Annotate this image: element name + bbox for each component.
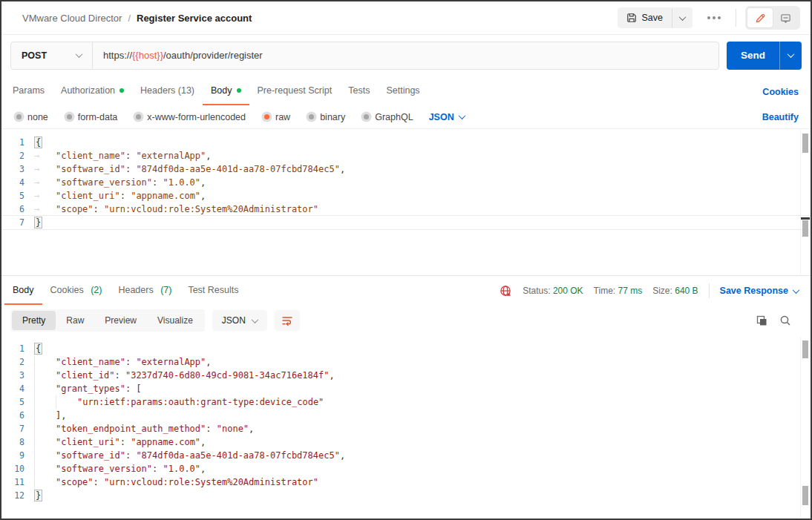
save-response-button[interactable]: Save Response xyxy=(720,286,799,296)
response-view-switcher: PrettyRawPreviewVisualize xyxy=(10,309,205,332)
view-pretty[interactable]: Pretty xyxy=(12,311,56,330)
token-pun: : xyxy=(120,437,131,447)
save-button[interactable]: Save xyxy=(618,7,672,28)
token-pun: : [ xyxy=(125,384,142,394)
code-line[interactable]: 2→"client_name": "externalApp", xyxy=(1,149,811,162)
view-raw[interactable]: Raw xyxy=(56,311,94,330)
code-line[interactable]: 7} xyxy=(1,216,811,229)
response-tab-headers[interactable]: Headers (7) xyxy=(110,285,180,305)
view-visualize[interactable]: Visualize xyxy=(147,311,203,330)
beautify-link[interactable]: Beautify xyxy=(762,112,799,122)
body-type-graphql[interactable]: GraphQL xyxy=(361,112,413,122)
indent-guide xyxy=(34,422,56,435)
token-key: "scope" xyxy=(56,477,94,487)
code-line[interactable]: 10"software_version": "1.0.0", xyxy=(1,462,811,475)
indent-guide xyxy=(34,382,56,395)
send-options-button[interactable] xyxy=(779,42,802,70)
wrap-lines-button[interactable] xyxy=(275,310,300,331)
token-str: "3237d740-6d80-49cd-9081-34ac716e184f" xyxy=(125,370,330,381)
line-number: 6 xyxy=(1,409,34,422)
token-pun: : xyxy=(152,177,163,188)
code-line[interactable]: 7"token_endpoint_auth_method": "none", xyxy=(1,422,811,435)
scrollbar-thumb[interactable] xyxy=(802,340,808,358)
code-text: "scope": "urn:vcloud:role:System%20Admin… xyxy=(34,475,318,489)
code-line[interactable]: 1{ xyxy=(1,342,811,355)
method-label: POST xyxy=(22,50,47,61)
body-type-binary[interactable]: binary xyxy=(306,112,345,122)
response-body-viewer[interactable]: 1{2"client_name": "externalApp",3"client… xyxy=(1,336,811,519)
body-type-label: form-data xyxy=(78,112,118,122)
response-tab-body[interactable]: Body xyxy=(4,285,42,305)
token-pun: : xyxy=(120,191,131,201)
tab-settings[interactable]: Settings xyxy=(378,85,428,105)
code-text: } xyxy=(34,489,42,502)
tab-authorization[interactable]: Authorization xyxy=(53,85,132,105)
body-type-form-data[interactable]: form-data xyxy=(64,112,118,122)
body-type-x-www-form-urlencoded[interactable]: x-www-form-urlencoded xyxy=(133,112,246,122)
line-number: 12 xyxy=(1,489,34,502)
tab-label: Test Results xyxy=(188,285,238,295)
code-line[interactable]: 6], xyxy=(1,409,811,422)
code-line[interactable]: 5→"client_uri": "appname.com", xyxy=(1,189,811,203)
save-options-button[interactable] xyxy=(672,9,693,27)
tab-pre-request-script[interactable]: Pre-request Script xyxy=(249,85,341,105)
chevron-down-icon xyxy=(793,286,800,294)
tab-arrow: → xyxy=(34,189,56,203)
more-options-icon[interactable] xyxy=(701,16,727,19)
token-brace: { xyxy=(34,136,42,148)
code-line[interactable]: 6→"scope": "urn:vcloud:role:System%20Adm… xyxy=(1,203,811,216)
response-editor-scrollbar[interactable] xyxy=(800,336,811,519)
line-number: 2 xyxy=(1,355,34,369)
code-line[interactable]: 4→"software_version": "1.0.0", xyxy=(1,176,811,189)
response-tab-test-results[interactable]: Test Results xyxy=(180,285,246,305)
copy-icon[interactable] xyxy=(756,315,767,326)
code-line[interactable]: 1{ xyxy=(1,136,811,149)
code-line[interactable]: 11"scope": "urn:vcloud:role:System%20Adm… xyxy=(1,475,811,489)
ssl-warning-icon[interactable] xyxy=(500,285,512,297)
line-number: 3 xyxy=(1,162,34,176)
code-text: "urn:ietf:params:oauth:grant-type:device… xyxy=(34,395,324,409)
code-line[interactable]: 9"software_id": "874df0da-aa5e-401d-aa78… xyxy=(1,449,811,462)
code-line[interactable]: 8"client_uri": "appname.com", xyxy=(1,435,811,449)
chevron-down-icon xyxy=(458,112,465,119)
tab-tests[interactable]: Tests xyxy=(340,85,378,105)
cookies-link[interactable]: Cookies xyxy=(753,87,808,105)
request-body-editor[interactable]: 1{2→"client_name": "externalApp",3→"soft… xyxy=(1,129,811,276)
search-icon[interactable] xyxy=(779,315,791,326)
radio-icon xyxy=(136,114,141,119)
response-format-select[interactable]: JSON xyxy=(212,310,267,331)
code-line[interactable]: 2"client_name": "externalApp", xyxy=(1,355,811,369)
code-line[interactable]: 3"client_id": "3237d740-6d80-49cd-9081-3… xyxy=(1,369,811,382)
docs-comments-button[interactable] xyxy=(773,8,798,27)
code-line[interactable]: 4"grant_types": [ xyxy=(1,382,811,395)
send-button[interactable]: Send xyxy=(727,42,779,70)
tab-params[interactable]: Params xyxy=(4,85,53,105)
tab-headers-13[interactable]: Headers (13) xyxy=(132,85,203,105)
body-format-select[interactable]: JSON xyxy=(429,112,465,122)
status-dot xyxy=(119,88,124,93)
line-number: 7 xyxy=(1,216,34,229)
method-select[interactable]: POST xyxy=(11,42,93,69)
code-line[interactable]: 12} xyxy=(1,489,811,502)
code-line[interactable]: 3→"software_id": "874df0da-aa5e-401d-aa7… xyxy=(1,162,811,176)
url-input[interactable]: https://{{host}}/oauth/provider/register xyxy=(93,50,263,61)
tab-body[interactable]: Body xyxy=(203,85,249,105)
chevron-down-icon xyxy=(679,13,687,21)
body-type-none[interactable]: none xyxy=(13,112,48,122)
body-type-raw[interactable]: raw xyxy=(261,112,290,122)
token-str: "appname.com" xyxy=(131,191,200,201)
edit-mode-button[interactable] xyxy=(747,8,773,27)
breadcrumb-request-name[interactable]: Register Service account xyxy=(137,13,252,24)
view-preview[interactable]: Preview xyxy=(94,311,147,330)
tab-label: Headers (13) xyxy=(140,85,194,96)
breadcrumb-collection[interactable]: VMware Cloud Director xyxy=(22,13,122,24)
radio-icon xyxy=(67,114,72,119)
save-response-label: Save Response xyxy=(720,286,788,296)
tab-count: (2) xyxy=(88,285,102,295)
scrollbar-thumb[interactable] xyxy=(802,486,808,505)
code-line[interactable]: 5"urn:ietf:params:oauth:grant-type:devic… xyxy=(1,395,811,409)
response-tab-cookies[interactable]: Cookies (2) xyxy=(42,285,111,305)
scrollbar-thumb[interactable] xyxy=(802,134,808,153)
request-editor-scrollbar[interactable] xyxy=(800,129,811,275)
token-pun: , xyxy=(200,464,206,474)
